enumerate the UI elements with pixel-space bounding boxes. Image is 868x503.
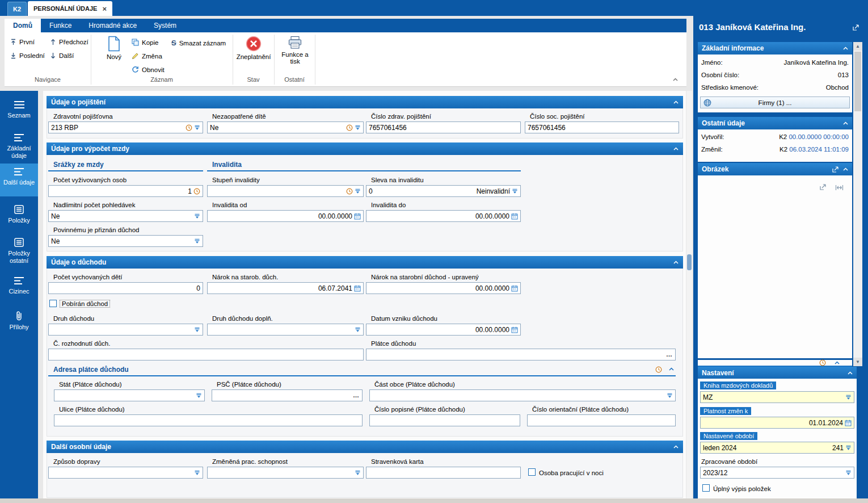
- dropdown-icon[interactable]: [194, 238, 200, 244]
- narok-upraveny-input[interactable]: 00.00.0000: [366, 282, 521, 294]
- chevron-up-icon[interactable]: [835, 361, 840, 364]
- section-header-zakladni-informace[interactable]: Základní informace: [698, 42, 852, 55]
- chevron-up-icon[interactable]: [673, 147, 679, 150]
- ellipsis-button[interactable]: …: [666, 351, 673, 358]
- dropdown-icon[interactable]: [194, 213, 200, 219]
- clock-icon[interactable]: [346, 188, 353, 195]
- popout-icon[interactable]: [819, 183, 827, 191]
- clock-icon[interactable]: [193, 188, 200, 195]
- section-header-nastaveni[interactable]: Nastavení: [698, 367, 857, 379]
- new-record-button[interactable]: Nový: [101, 36, 127, 60]
- chevron-up-icon[interactable]: [673, 445, 679, 448]
- sidebar-item-polozky-ostatni[interactable]: Položky ostatní: [0, 234, 38, 267]
- calendar-icon[interactable]: [354, 285, 361, 292]
- dropdown-icon[interactable]: [194, 470, 200, 476]
- document-tab[interactable]: PERSONÁLNÍ ÚDAJE ×: [28, 1, 112, 16]
- chevron-up-icon[interactable]: [843, 47, 848, 50]
- functions-print-button[interactable]: Funkce a tisk: [276, 36, 314, 65]
- nezaopatrene-dite-input[interactable]: Ne: [207, 121, 364, 133]
- pobiran-duchod-checkbox[interactable]: [49, 300, 57, 307]
- calendar-icon[interactable]: [511, 213, 518, 220]
- scrollbar-thumb[interactable]: [854, 52, 861, 111]
- clock-icon[interactable]: [186, 124, 192, 131]
- popout-icon[interactable]: [832, 166, 839, 173]
- refresh-record-button[interactable]: Obnovit: [132, 66, 165, 73]
- app-tab-k2[interactable]: K2: [7, 2, 27, 16]
- dropdown-icon[interactable]: [194, 124, 200, 131]
- clock-icon[interactable]: [346, 124, 353, 131]
- delete-record-button[interactable]: S Smazat záznam: [171, 39, 226, 47]
- last-record-button[interactable]: Poslední: [10, 52, 45, 59]
- dropdown-icon[interactable]: [194, 326, 200, 333]
- pocet-vyzivovanych-osob-input[interactable]: 1: [48, 185, 203, 197]
- zpracovane-obdobi-input[interactable]: 2023/12: [700, 467, 854, 479]
- invalidita-do-input[interactable]: 00.00.0000: [366, 210, 521, 222]
- calendar-icon[interactable]: [354, 213, 361, 220]
- pocet-vychovanych-deti-input[interactable]: 0: [48, 282, 203, 294]
- fit-width-icon[interactable]: [835, 185, 844, 191]
- edit-record-button[interactable]: Změna: [132, 52, 162, 60]
- calendar-icon[interactable]: [511, 326, 518, 333]
- popout-icon[interactable]: [852, 24, 859, 31]
- dropdown-icon[interactable]: [845, 394, 852, 400]
- ribbon-tab-hromadne-akce[interactable]: Hromadné akce: [80, 19, 145, 32]
- sidebar-item-prilohy[interactable]: Přílohy: [0, 307, 38, 338]
- sleva-na-invaliditu-input[interactable]: 0 Neinvalidní: [366, 185, 521, 197]
- calendar-icon[interactable]: [511, 285, 518, 292]
- dropdown-icon[interactable]: [355, 326, 361, 333]
- stravenkova-karta-input[interactable]: [366, 467, 521, 479]
- zpusob-dopravy-input[interactable]: [48, 467, 203, 479]
- druh-duchodu-input[interactable]: [48, 324, 203, 336]
- platnost-zmen-input[interactable]: 01.01.2024: [700, 417, 854, 429]
- previous-record-button[interactable]: Předchozí: [50, 39, 89, 45]
- dropdown-icon[interactable]: [355, 188, 361, 194]
- sidebar-item-dalsi-udaje[interactable]: Další údaje: [0, 164, 38, 196]
- sidebar-item-cizinec[interactable]: Cizinec: [0, 273, 38, 303]
- section-header-obrazek[interactable]: Obrázek: [698, 163, 852, 175]
- dropdown-icon[interactable]: [845, 445, 852, 451]
- chevron-up-icon[interactable]: [843, 167, 848, 171]
- sidebar-item-zakladni-udaje[interactable]: Základní údaje: [0, 129, 38, 162]
- dropdown-icon[interactable]: [355, 124, 361, 131]
- section-header-udaje-o-duchodu[interactable]: Údaje o důchodu: [47, 256, 683, 269]
- sidebar-item-polozky[interactable]: Položky: [0, 201, 38, 229]
- cislo-popisne-platce-input[interactable]: [369, 414, 520, 426]
- section-header-dalsi-osobni-udaje[interactable]: Další osobní údaje: [47, 441, 683, 453]
- dropdown-icon[interactable]: [845, 470, 852, 476]
- kniha-mzdovych-dokladu-input[interactable]: MZ: [700, 391, 854, 403]
- invalidita-od-input[interactable]: 00.00.0000: [207, 210, 364, 222]
- chevron-up-icon[interactable]: [843, 121, 848, 125]
- cislo-rozhodnuti-input[interactable]: [48, 349, 364, 361]
- main-scrollbar[interactable]: [686, 91, 692, 498]
- close-icon[interactable]: ×: [102, 5, 107, 13]
- chevron-up-icon[interactable]: [669, 367, 674, 371]
- cast-obce-platce-input[interactable]: [369, 389, 676, 401]
- section-header-ostatni-udaje[interactable]: Ostatní údaje: [698, 117, 852, 129]
- osoba-pracujici-v-noci-checkbox[interactable]: [528, 468, 536, 476]
- stat-platce-input[interactable]: [54, 389, 205, 401]
- ellipsis-button[interactable]: …: [353, 392, 360, 399]
- calendar-icon[interactable]: [845, 420, 852, 426]
- cislo-zdrav-pojisteni-input[interactable]: 7657061456: [366, 121, 521, 133]
- psc-platce-input[interactable]: …: [212, 389, 363, 401]
- zdravotni-pojistovna-input[interactable]: 213 RBP: [48, 121, 203, 133]
- invalidate-button[interactable]: Zneplatnění: [235, 36, 272, 60]
- nadlimitni-pocet-pohledavek-input[interactable]: Ne: [48, 210, 203, 222]
- firmy-button[interactable]: Firmy (1) ...: [700, 97, 850, 108]
- first-record-button[interactable]: První: [10, 39, 35, 45]
- collapse-ribbon-icon[interactable]: [673, 78, 678, 81]
- clock-icon[interactable]: [819, 359, 826, 366]
- dropdown-icon[interactable]: [667, 392, 673, 399]
- scrollbar-thumb[interactable]: [687, 254, 692, 270]
- chevron-up-icon[interactable]: [673, 100, 679, 104]
- uplny-vypis-checkbox[interactable]: [702, 484, 710, 492]
- cislo-orientacni-platce-input[interactable]: [527, 414, 676, 426]
- chevron-up-icon[interactable]: [848, 371, 853, 375]
- next-record-button[interactable]: Další: [50, 52, 74, 59]
- priznan-duchod-input[interactable]: Ne: [48, 235, 203, 247]
- dropdown-icon[interactable]: [512, 188, 518, 194]
- section-header-udaje-o-pojisteni[interactable]: Údaje o pojištění: [47, 96, 683, 108]
- scroll-up-button[interactable]: ▲: [853, 42, 862, 51]
- ulice-platce-input[interactable]: [54, 414, 363, 426]
- datum-vzniku-duchodu-input[interactable]: 00.00.0000: [366, 324, 521, 336]
